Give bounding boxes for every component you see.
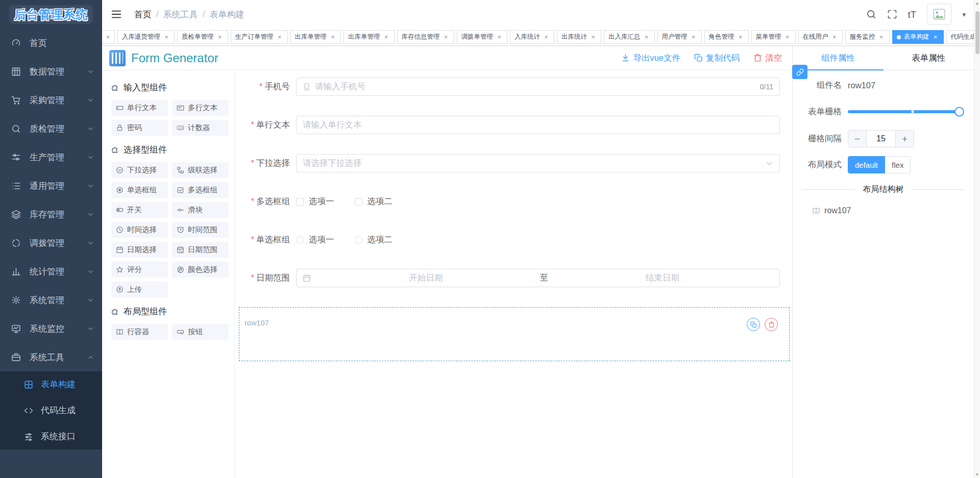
清空-button[interactable]: 清空: [753, 53, 782, 64]
avatar[interactable]: [927, 4, 951, 25]
tab-close-icon[interactable]: ×: [784, 34, 791, 41]
component-日期选择[interactable]: 日期选择: [111, 242, 168, 258]
breadcrumb-item[interactable]: 首页: [134, 9, 152, 20]
导出vue文件-button[interactable]: 导出vue文件: [621, 53, 680, 64]
component-多选框组[interactable]: 多选框组: [172, 182, 229, 198]
sidebar-subitem-表单构建[interactable]: 表单构建: [0, 371, 102, 397]
sidebar-item-生产管理[interactable]: 生产管理: [0, 143, 102, 171]
properties-tab-表单属性[interactable]: 表单属性: [884, 46, 974, 70]
font-size-icon[interactable]: tT: [908, 10, 917, 19]
sidebar-toggle-icon[interactable]: [111, 9, 122, 20]
component-开关[interactable]: 开关: [111, 202, 168, 218]
delete-row-button[interactable]: [765, 318, 778, 331]
component-级联选择[interactable]: 级联选择: [172, 162, 229, 178]
sidebar-item-调拨管理[interactable]: 调拨管理: [0, 229, 102, 257]
tab-库存信息管理[interactable]: 库存信息管理×: [397, 30, 454, 44]
component-时间选择[interactable]: 时间选择: [111, 222, 168, 238]
component-按钮[interactable]: 按钮: [172, 324, 229, 340]
gutter-value[interactable]: 15: [867, 131, 895, 147]
tab-入库退货管理[interactable]: 入库退货管理×: [117, 30, 175, 44]
component-多行文本[interactable]: 多行文本: [172, 100, 229, 116]
component-日期范围[interactable]: 日期范围: [172, 242, 229, 258]
layout-mode-flex-button[interactable]: flex: [885, 156, 911, 173]
tab-用户管理[interactable]: 用户管理×: [657, 30, 702, 44]
slider-handle[interactable]: [954, 107, 964, 117]
component-下拉选择[interactable]: 下拉选择: [111, 162, 168, 178]
tab-close-icon[interactable]: ×: [643, 34, 650, 41]
tab-服务监控[interactable]: 服务监控×: [845, 30, 890, 44]
sidebar-item-首页[interactable]: 首页: [0, 29, 102, 57]
checkbox-选项二[interactable]: 选项二: [355, 196, 393, 207]
row-container-selected[interactable]: row107: [239, 307, 790, 361]
component-颜色选择[interactable]: 颜色选择: [172, 262, 229, 278]
复制代码-button[interactable]: 复制代码: [694, 53, 740, 64]
tab-partial[interactable]: ×: [102, 30, 115, 44]
tab-调拨单管理[interactable]: 调拨单管理×: [457, 30, 508, 44]
json-drawer-button[interactable]: [792, 65, 807, 79]
tab-close-icon[interactable]: ×: [443, 34, 450, 41]
sidebar-item-采购管理[interactable]: 采购管理: [0, 86, 102, 114]
radio-选项一[interactable]: 选项一: [296, 234, 334, 245]
tab-质检单管理[interactable]: 质检单管理×: [177, 30, 228, 44]
tab-表单构建[interactable]: 表单构建×: [892, 30, 944, 44]
scroll-up-icon[interactable]: ▲: [974, 1, 980, 6]
tab-close-icon[interactable]: ×: [105, 34, 111, 41]
component-行容器[interactable]: 行容器: [111, 324, 168, 340]
layout-mode-default-button[interactable]: default: [848, 156, 885, 173]
sidebar-item-质检管理[interactable]: 质检管理: [0, 114, 102, 143]
sidebar-subitem-代码生成[interactable]: 代码生成: [0, 397, 102, 423]
component-滑块[interactable]: 滑块: [172, 202, 229, 218]
tab-菜单管理[interactable]: 菜单管理×: [751, 30, 796, 44]
tab-close-icon[interactable]: ×: [543, 34, 550, 41]
app-logo[interactable]: 后台管理系统: [0, 0, 102, 29]
component-评分[interactable]: 评分: [111, 262, 168, 278]
component-密码[interactable]: 密码: [111, 120, 168, 136]
tab-close-icon[interactable]: ×: [496, 34, 503, 41]
tab-在线用户[interactable]: 在线用户×: [798, 30, 843, 44]
tab-出库单管理[interactable]: 出库单管理×: [344, 30, 395, 44]
sidebar-item-系统管理[interactable]: 系统管理: [0, 286, 102, 314]
scrollbar-thumb[interactable]: [975, 11, 979, 54]
tab-close-icon[interactable]: ×: [383, 34, 390, 41]
tab-close-icon[interactable]: ×: [932, 34, 939, 41]
scroll-down-icon[interactable]: ▼: [974, 472, 980, 477]
sidebar-item-统计管理[interactable]: 统计管理: [0, 257, 102, 286]
tab-出入库汇总[interactable]: 出入库汇总×: [604, 30, 655, 44]
tab-出库单管理[interactable]: 出库单管理×: [290, 30, 341, 44]
tab-close-icon[interactable]: ×: [276, 34, 283, 41]
radio-选项二[interactable]: 选项二: [355, 234, 393, 245]
component-单行文本[interactable]: 单行文本: [111, 100, 168, 116]
tab-close-icon[interactable]: ×: [329, 34, 336, 41]
sidebar-item-库存管理[interactable]: 库存管理: [0, 200, 102, 229]
sidebar-item-数据管理[interactable]: 数据管理: [0, 57, 102, 86]
decrease-button[interactable]: [848, 131, 867, 147]
tab-close-icon[interactable]: ×: [216, 34, 224, 41]
component-计数器[interactable]: 123计数器: [172, 120, 229, 136]
sidebar-item-通用管理[interactable]: 通用管理: [0, 171, 102, 200]
increase-button[interactable]: [895, 131, 914, 147]
tab-close-icon[interactable]: ×: [737, 34, 744, 41]
tab-生产订单管理[interactable]: 生产订单管理×: [231, 30, 288, 44]
form-grid-slider[interactable]: [848, 110, 960, 113]
text-input[interactable]: 请输入单行文本: [296, 116, 780, 134]
search-icon[interactable]: [866, 9, 876, 19]
tab-close-icon[interactable]: ×: [878, 34, 885, 41]
sidebar-subitem-系统接口[interactable]: 系统接口: [0, 423, 102, 449]
text-input[interactable]: 请输入手机号0/11: [296, 78, 780, 96]
copy-row-button[interactable]: [747, 318, 760, 331]
window-scrollbar[interactable]: ▲ ▼: [974, 0, 980, 478]
component-上传[interactable]: 上传: [111, 282, 168, 297]
caret-down-icon[interactable]: ▾: [962, 11, 966, 18]
component-单选框组[interactable]: 单选框组: [111, 182, 168, 198]
tab-close-icon[interactable]: ×: [831, 34, 838, 41]
sidebar-item-系统工具[interactable]: 系统工具: [0, 343, 102, 371]
checkbox-选项一[interactable]: 选项一: [296, 196, 334, 207]
select-input[interactable]: 请选择下拉选择: [296, 154, 780, 172]
radio-circle[interactable]: [355, 236, 362, 244]
checkbox-box[interactable]: [355, 198, 362, 206]
checkbox-box[interactable]: [296, 198, 304, 206]
tab-close-icon[interactable]: ×: [590, 34, 597, 41]
sidebar-item-系统监控[interactable]: 系统监控: [0, 314, 102, 343]
tree-node-row107[interactable]: row107: [812, 206, 974, 215]
form-canvas[interactable]: *手机号请输入手机号0/11*单行文本请输入单行文本*下拉选择请选择下拉选择*多…: [235, 70, 792, 478]
